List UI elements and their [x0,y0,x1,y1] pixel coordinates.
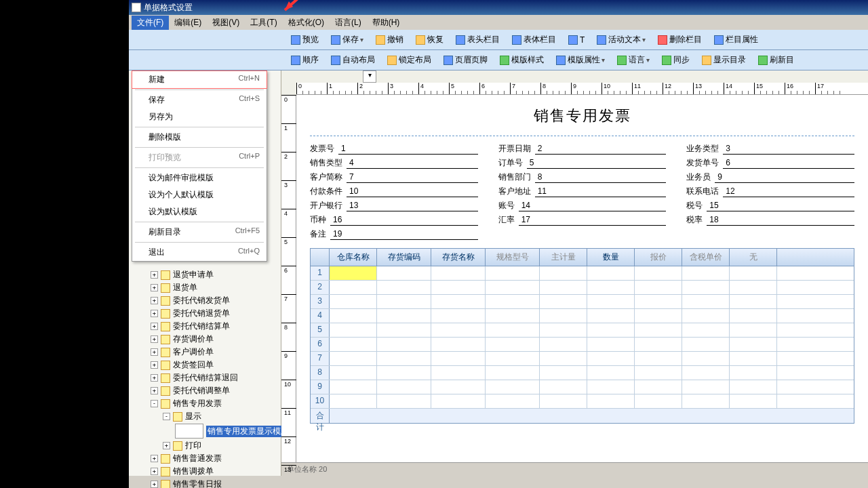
file-menu-item[interactable]: 设为个人默认模版 [132,186,267,203]
table-cell[interactable] [540,394,587,408]
table-cell[interactable] [486,352,540,365]
form-field[interactable]: 销售类型4 [310,157,478,169]
table-cell[interactable] [587,281,635,294]
tree-expander[interactable]: - [163,413,170,420]
table-cell[interactable] [635,309,682,323]
field-value[interactable]: 14 [519,201,667,211]
file-menu-item[interactable]: 删除模版 [132,129,267,146]
form-field[interactable]: 客户简称7 [310,171,478,183]
table-cell[interactable] [431,266,486,280]
table-cell[interactable] [431,323,486,337]
table-cell[interactable] [377,338,431,351]
table-cell[interactable] [635,295,682,308]
tree-node[interactable]: +销售普通发票 [130,452,279,465]
table-cell[interactable] [377,380,431,394]
form-field[interactable]: 发货单号6 [686,157,854,169]
field-value[interactable]: 11 [535,186,667,197]
tree-expander[interactable]: + [151,271,158,279]
table-cell[interactable] [431,295,486,308]
field-value[interactable]: 6 [723,158,854,169]
menu-edit[interactable]: 编辑(E) [169,16,207,30]
toolbar-btn[interactable]: T [564,33,589,47]
table-cell[interactable] [330,266,377,280]
form-field[interactable]: 账号14 [498,200,667,211]
form-field[interactable]: 开户银行13 [310,200,478,211]
column-header[interactable]: 数量 [587,249,635,266]
table-cell[interactable] [540,281,587,294]
table-cell[interactable] [330,352,377,365]
toolbar-btn[interactable]: 同步 [657,52,694,68]
table-cell[interactable] [730,338,777,351]
tree-expander[interactable]: + [151,348,158,356]
file-menu-item[interactable]: 保存Ctrl+S [132,92,267,108]
table-cell[interactable] [730,366,777,380]
column-header[interactable]: 无 [730,249,777,266]
field-value[interactable]: 12 [723,186,854,197]
table-cell[interactable] [330,295,377,308]
table-cell[interactable] [377,281,431,294]
toolbar-btn[interactable]: 活动文本▾ [592,32,650,47]
form-field[interactable]: 汇率17 [498,214,667,226]
field-value[interactable]: 10 [347,186,478,197]
zoom-dropdown[interactable]: ▾ [363,70,376,83]
tree-node[interactable]: -销售专用发票 [130,397,279,410]
table-cell[interactable] [730,281,777,294]
table-cell[interactable] [486,380,540,394]
tree-node[interactable]: +发货签回单 [130,359,279,371]
field-value[interactable]: 5 [527,158,667,169]
toolbar-btn[interactable]: 页眉页脚 [439,52,492,68]
tree-expander[interactable]: + [151,481,158,488]
tree-expander[interactable]: + [163,442,170,449]
toolbar-btn[interactable]: 语言▾ [612,52,654,68]
table-cell[interactable] [330,338,377,351]
field-value[interactable]: 3 [723,144,854,155]
table-cell[interactable] [486,394,540,408]
tree-expander[interactable]: + [151,336,158,343]
table-row[interactable]: 4 [311,309,854,323]
file-menu-item[interactable]: 退出Ctrl+Q [132,244,267,261]
table-row[interactable]: 9 [311,380,854,394]
field-value[interactable]: 15 [707,201,854,211]
column-header[interactable]: 规格型号 [486,249,540,266]
tree-node[interactable]: 销售专用发票显示模版 [130,423,279,439]
table-cell[interactable] [540,380,587,394]
table-cell[interactable] [486,266,540,280]
tree-node[interactable]: +委托代销发货单 [130,294,279,307]
form-field[interactable]: 订单号5 [498,157,667,169]
table-row[interactable]: 5 [311,323,854,338]
table-row[interactable]: 2 [311,281,854,295]
table-cell[interactable] [730,295,777,308]
table-row[interactable]: 3 [311,295,854,309]
field-value[interactable]: 9 [715,172,854,183]
column-header[interactable]: 仓库名称 [330,249,377,266]
tree-expander[interactable]: + [151,284,158,291]
toolbar-btn[interactable]: 显示目录 [697,52,751,68]
table-cell[interactable] [730,323,777,337]
file-menu-item[interactable]: 打印预览Ctrl+P [132,149,267,166]
table-row[interactable]: 10 [311,394,854,409]
form-field[interactable]: 付款条件10 [310,186,478,197]
table-cell[interactable] [540,309,587,323]
table-cell[interactable] [730,352,777,365]
table-row[interactable]: 6 [311,338,854,352]
field-value[interactable]: 8 [535,172,667,183]
menu-file[interactable]: 文件(F) [132,16,169,30]
form-field[interactable]: 联系电话12 [686,186,854,197]
table-cell[interactable] [540,295,587,308]
table-cell[interactable] [635,338,682,351]
tree-node[interactable]: +销售零售日报 [130,478,279,488]
table-cell[interactable] [587,295,635,308]
form-field[interactable]: 销售部门8 [498,171,667,183]
table-cell[interactable] [682,266,730,280]
table-cell[interactable] [431,338,486,351]
table-cell[interactable] [540,352,587,365]
tree-node[interactable]: -显示 [130,410,279,423]
table-cell[interactable] [330,394,377,408]
table-cell[interactable] [682,309,730,323]
table-cell[interactable] [377,366,431,380]
table-cell[interactable] [377,309,431,323]
tree-node[interactable]: +打印 [130,439,279,452]
column-header[interactable] [311,249,330,266]
table-cell[interactable] [431,394,486,408]
tree-expander[interactable]: + [151,310,158,317]
